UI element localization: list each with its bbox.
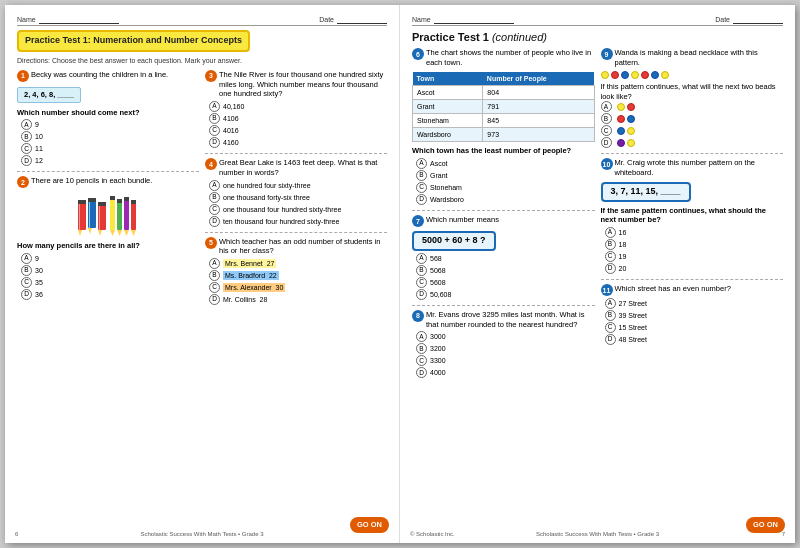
svg-marker-2 (78, 230, 82, 236)
svg-rect-15 (117, 201, 122, 230)
question-6: 6 The chart shows the number of people w… (412, 48, 595, 205)
bead-opt-c2 (627, 127, 635, 135)
book-spread: Name Date Practice Test 1: Numeration an… (5, 5, 795, 543)
q10-opt-d: D20 (605, 263, 784, 274)
bead-opt-a1 (617, 103, 625, 111)
q1-which: Which number should come next? (17, 108, 199, 118)
svg-rect-21 (131, 202, 136, 230)
q5-opt-d: D Mr. Collins 28 (209, 294, 387, 305)
table-cell-pop: 845 (483, 114, 594, 128)
date-label-left: Date (319, 15, 334, 24)
q1-text: Becky was counting the children in a lin… (31, 70, 199, 80)
bead-3 (621, 71, 629, 79)
svg-rect-7 (88, 198, 96, 202)
q9-pattern-label: If this pattern continues, what will the… (601, 82, 784, 102)
q8-options: A3000 B3200 C3300 D4000 (416, 331, 595, 378)
question-1: 1 Becky was counting the children in a l… (17, 70, 199, 167)
date-underline-left (337, 16, 387, 24)
q1-opt-d: D12 (21, 155, 199, 166)
question-2: 2 There are 10 pencils in each bundle. (17, 176, 199, 300)
q2-opt-c: C35 (21, 277, 199, 288)
q11-opt-b: B39 Street (605, 310, 784, 321)
svg-marker-6 (88, 228, 92, 234)
q5-opt-c: C Mrs. Alexander 30 (209, 282, 387, 293)
footer-left-right: © Scholastic Inc. (410, 531, 455, 539)
table-cell-pop: 804 (483, 85, 594, 99)
q9-opt-a: A (601, 101, 784, 112)
q1-options: A9 B10 C11 D12 (21, 119, 199, 166)
q6-number: 6 (412, 48, 424, 60)
question-9: 9 Wanda is making a bead necklace with t… (601, 48, 784, 148)
question-5: 5 Which teacher has an odd number of stu… (205, 237, 387, 306)
bead-5 (641, 71, 649, 79)
svg-rect-17 (117, 199, 122, 203)
q8-text: Mr. Evans drove 3295 miles last month. W… (426, 310, 595, 330)
table-row: Grant 791 (413, 100, 595, 114)
q4-text: Great Bear Lake is 1463 feet deep. What … (219, 158, 387, 178)
right-page: Name Date Practice Test 1 (continued) 6 … (400, 5, 795, 543)
svg-rect-14 (110, 196, 115, 200)
q9-opt-b: B (601, 113, 784, 124)
q10-sequence: 3, 7, 11, 15, ____ (601, 182, 691, 202)
q10-which: If the same pattern continues, what shou… (601, 206, 784, 226)
bead-opt-b2 (627, 115, 635, 123)
svg-rect-18 (124, 199, 129, 230)
directions-left: Directions: Choose the best answer to ea… (17, 56, 387, 65)
question-11: 11 Which street has an even number? A27 … (601, 284, 784, 345)
q10-opt-a: A16 (605, 227, 784, 238)
q6-opt-a: AAscot (416, 158, 595, 169)
q9-opt-c: C (601, 125, 784, 136)
q4-opt-a: Aone hundred four sixty-three (209, 180, 387, 191)
date-label-right: Date (715, 15, 730, 24)
pencil-illustration (73, 192, 143, 237)
bead-1 (601, 71, 609, 79)
q2-opt-a: A9 (21, 253, 199, 264)
page-title-right: Practice Test 1 (continued) (412, 30, 783, 44)
q11-text: Which street has an even number? (615, 284, 784, 294)
bead-7 (661, 71, 669, 79)
q10-options: A16 B18 C19 D20 (605, 227, 784, 274)
question-4: 4 Great Bear Lake is 1463 feet deep. Wha… (205, 158, 387, 227)
q1-opt-b: B10 (21, 131, 199, 142)
q6-table: Town Number of People Ascot 804 Grant (412, 72, 595, 142)
bead-opt-d2 (627, 139, 635, 147)
q5-a-text: Mrs. Bennet 27 (223, 259, 276, 268)
question-8: 8 Mr. Evans drove 3295 miles last month.… (412, 310, 595, 379)
svg-marker-13 (110, 230, 115, 236)
q6-options: AAscot BGrant CStoneham DWardsboro (416, 158, 595, 205)
q7-expression: 5000 + 60 + 8 ? (412, 231, 496, 251)
page-number-left: 6 (15, 531, 18, 539)
name-date-row-right: Name Date (412, 15, 783, 26)
q7-opt-b: B5068 (416, 265, 595, 276)
svg-marker-22 (131, 230, 136, 236)
go-on-badge-right: GO ON (746, 517, 785, 533)
q11-opt-a: A27 Street (605, 298, 784, 309)
q11-number: 11 (601, 284, 613, 296)
q10-opt-c: C19 (605, 251, 784, 262)
q11-opt-c: C15 Street (605, 322, 784, 333)
svg-rect-11 (98, 202, 106, 206)
q2-opt-d: D36 (21, 289, 199, 300)
bead-pattern (601, 71, 784, 79)
svg-marker-10 (98, 230, 102, 236)
svg-marker-16 (117, 230, 122, 236)
q4-opt-b: Bone thousand forty-six three (209, 192, 387, 203)
q10-number: 10 (601, 158, 613, 170)
q2-which: How many pencils are there in all? (17, 241, 199, 251)
svg-rect-1 (79, 202, 80, 230)
q7-opt-a: A568 (416, 253, 595, 264)
question-7: 7 Which number means 5000 + 60 + 8 ? A56… (412, 215, 595, 300)
bead-6 (651, 71, 659, 79)
table-row: Wardsboro 973 (413, 128, 595, 142)
q8-number: 8 (412, 310, 424, 322)
svg-marker-19 (124, 230, 129, 236)
q7-options: A568 B5068 C5608 D50,608 (416, 253, 595, 300)
table-cell-town: Ascot (413, 85, 483, 99)
svg-rect-20 (124, 197, 129, 201)
name-label-right: Name (412, 15, 431, 24)
q4-number: 4 (205, 158, 217, 170)
q1-opt-c: C11 (21, 143, 199, 154)
svg-rect-9 (99, 204, 100, 230)
q1-number: 1 (17, 70, 29, 82)
footer-center-left: Scholastic Success With Math Tests • Gra… (140, 531, 263, 539)
